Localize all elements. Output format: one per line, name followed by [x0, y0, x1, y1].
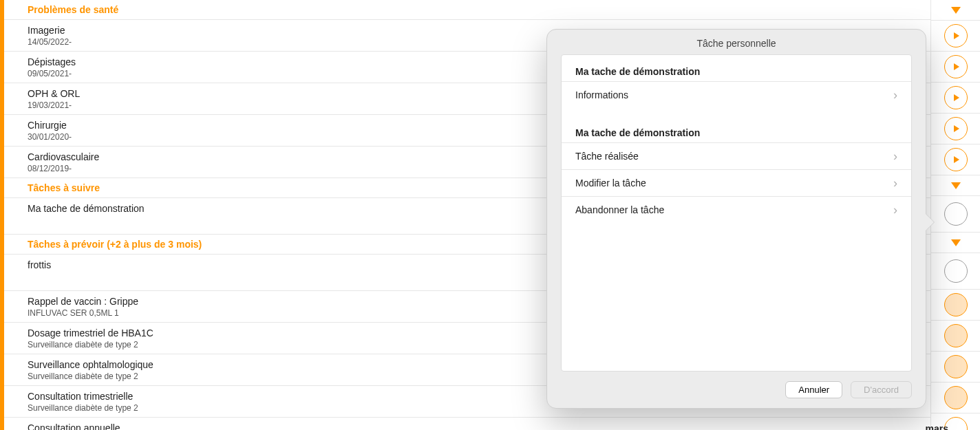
popover-footer: Annuler D'accord: [547, 372, 926, 408]
caret-down-icon: [951, 239, 961, 246]
popover-item-edit[interactable]: Modifier la tâche ›: [562, 169, 911, 196]
popover-item-informations[interactable]: Informations ›: [562, 81, 911, 108]
status-button[interactable]: [931, 383, 980, 413]
filled-circle-icon: [944, 324, 968, 347]
caret-down-icon: [951, 182, 961, 189]
status-button[interactable]: [931, 114, 980, 144]
popover-group-label: Ma tache de démonstration: [562, 55, 911, 81]
row-title: Consultation annuelle: [28, 422, 907, 430]
filled-circle-icon: [944, 386, 968, 409]
caret-down-icon: [951, 7, 961, 14]
status-button[interactable]: [931, 52, 980, 83]
popover-item-abandon[interactable]: Abandonner la tâche ›: [562, 196, 911, 223]
status-button[interactable]: [931, 321, 980, 352]
play-icon: [944, 24, 968, 47]
cancel-button[interactable]: Annuler: [785, 381, 842, 398]
chevron-right-icon: ›: [893, 89, 897, 101]
popover-title: Tâche personnelle: [547, 30, 926, 54]
status-button[interactable]: mars: [931, 413, 980, 430]
empty-circle-icon: [944, 259, 968, 283]
status-button[interactable]: [931, 253, 980, 290]
play-icon: [944, 117, 968, 140]
popover-item-label: Abandonner la tâche: [575, 204, 664, 215]
empty-circle-icon: [944, 202, 968, 226]
filled-circle-icon: [944, 293, 968, 316]
status-button[interactable]: [931, 196, 980, 233]
popover-item-label: Informations: [575, 89, 628, 100]
status-button[interactable]: [931, 21, 980, 52]
month-label: mars: [926, 423, 948, 430]
popover-group-label: Ma tache de démonstration: [562, 108, 911, 142]
chevron-right-icon: ›: [893, 204, 897, 216]
collapse-toggle[interactable]: [931, 233, 980, 253]
ok-button[interactable]: D'accord: [851, 381, 912, 398]
popover-item-label: Tâche réalisée: [575, 151, 639, 162]
collapse-toggle[interactable]: [931, 0, 980, 21]
section-header-problems[interactable]: Problèmes de santé: [4, 0, 930, 20]
status-button[interactable]: [931, 352, 980, 383]
filled-circle-icon: [944, 355, 968, 378]
status-button[interactable]: [931, 83, 980, 114]
popover-item-done[interactable]: Tâche réalisée ›: [562, 142, 911, 169]
play-icon: [944, 148, 968, 171]
status-column: mars: [930, 0, 980, 430]
play-icon: [944, 55, 968, 78]
popover-item-label: Modifier la tâche: [575, 178, 646, 189]
chevron-right-icon: ›: [893, 150, 897, 162]
status-button[interactable]: [931, 144, 980, 175]
collapse-toggle[interactable]: [931, 175, 980, 196]
task-popover: Tâche personnelle Ma tache de démonstrat…: [546, 29, 926, 409]
status-button[interactable]: [931, 290, 980, 321]
plan-row[interactable]: Consultation annuelle: [4, 418, 930, 430]
popover-body: Ma tache de démonstration Informations ›…: [561, 54, 912, 372]
play-icon: [944, 86, 968, 109]
chevron-right-icon: ›: [893, 177, 897, 189]
